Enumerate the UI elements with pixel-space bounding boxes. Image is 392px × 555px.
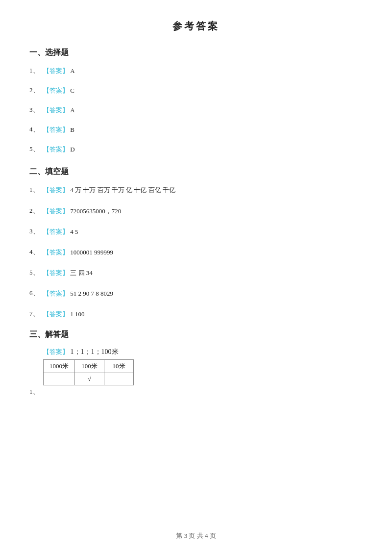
fill-answer-2: 【答案】 72005635000，720 xyxy=(43,206,363,217)
page-title: 参考答案 xyxy=(29,20,363,33)
table-cell-2: √ xyxy=(75,373,104,385)
choice-num-2: 2、 xyxy=(29,85,43,95)
choice-num-3: 3、 xyxy=(29,105,43,114)
table-cell-3 xyxy=(104,373,134,385)
choice-answer-4: 【答案】 B xyxy=(43,125,363,135)
fill-num-2: 2、 xyxy=(29,206,43,215)
fill-val-4: 1000001 999999 xyxy=(70,249,113,256)
fill-tag-4: 【答案】 xyxy=(43,249,69,256)
fill-tag-7: 【答案】 xyxy=(43,310,69,318)
choice-num-4: 4、 xyxy=(29,125,43,134)
fill-val-7: 1 100 xyxy=(70,310,84,318)
choice-item-5: 5、 【答案】 D xyxy=(29,144,363,155)
solve-content-1: 【答案】 1；1；1；100米 1000米 100米 10米 xyxy=(43,348,363,385)
choice-tag-4: 【答案】 xyxy=(43,126,69,133)
choice-tag-5: 【答案】 xyxy=(43,146,69,153)
choice-answer-5: 【答案】 D xyxy=(43,144,363,155)
fill-num-3: 3、 xyxy=(29,227,43,236)
solve-tag-1: 【答案】 xyxy=(43,348,69,355)
fill-item-3: 3、 【答案】 4 5 xyxy=(29,227,363,237)
section-fill: 二、填空题 1、 【答案】 4 万 十万 百万 千万 亿 十亿 百亿 千亿 2、… xyxy=(29,167,363,320)
fill-num-7: 7、 xyxy=(29,309,43,318)
fill-tag-3: 【答案】 xyxy=(43,228,69,235)
choice-val-3: A xyxy=(70,106,74,114)
fill-item-2: 2、 【答案】 72005635000，720 xyxy=(29,206,363,217)
fill-item-1: 1、 【答案】 4 万 十万 百万 千万 亿 十亿 百亿 千亿 xyxy=(29,185,363,196)
solve-table-1: 1000米 100米 10米 √ xyxy=(43,359,134,385)
page: 参考答案 一、选择题 1、 【答案】 A 2、 【答案】 C 3、 【答案】 A xyxy=(0,0,392,555)
fill-val-5: 三 四 34 xyxy=(70,269,93,277)
choice-val-4: B xyxy=(70,126,74,133)
table-header-10: 10米 xyxy=(104,360,134,373)
choice-item-1: 1、 【答案】 A xyxy=(29,66,363,76)
fill-tag-1: 【答案】 xyxy=(43,186,69,194)
section-fill-title: 二、填空题 xyxy=(29,167,363,177)
solve-val-1: 1；1；1；100米 xyxy=(71,348,119,355)
fill-answer-4: 【答案】 1000001 999999 xyxy=(43,247,363,258)
fill-answer-3: 【答案】 4 5 xyxy=(43,227,363,237)
section-choice-title: 一、选择题 xyxy=(29,48,363,58)
choice-num-5: 5、 xyxy=(29,144,43,153)
choice-answer-2: 【答案】 C xyxy=(43,85,363,96)
fill-val-1: 4 万 十万 百万 千万 亿 十亿 百亿 千亿 xyxy=(70,186,175,194)
fill-answer-1: 【答案】 4 万 十万 百万 千万 亿 十亿 百亿 千亿 xyxy=(43,185,363,196)
fill-item-5: 5、 【答案】 三 四 34 xyxy=(29,268,363,278)
fill-item-4: 4、 【答案】 1000001 999999 xyxy=(29,247,363,258)
fill-val-6: 51 2 90 7 8 8029 xyxy=(70,290,113,297)
choice-tag-1: 【答案】 xyxy=(43,67,69,75)
fill-answer-6: 【答案】 51 2 90 7 8 8029 xyxy=(43,288,363,299)
fill-answer-5: 【答案】 三 四 34 xyxy=(43,268,363,278)
fill-val-2: 72005635000，720 xyxy=(70,207,121,215)
fill-num-5: 5、 xyxy=(29,268,43,277)
section-solve: 三、解答题 【答案】 1；1；1；100米 1000米 100米 10米 xyxy=(29,329,363,396)
fill-tag-2: 【答案】 xyxy=(43,207,69,215)
choice-val-1: A xyxy=(70,67,74,75)
fill-num-4: 4、 xyxy=(29,247,43,256)
fill-num-6: 6、 xyxy=(29,288,43,298)
choice-item-4: 4、 【答案】 B xyxy=(29,125,363,135)
fill-num-1: 1、 xyxy=(29,185,43,194)
choice-val-5: D xyxy=(70,146,74,153)
solve-item-1: 【答案】 1；1；1；100米 1000米 100米 10米 xyxy=(29,348,363,396)
choice-item-3: 3、 【答案】 A xyxy=(29,105,363,116)
choice-tag-2: 【答案】 xyxy=(43,87,69,94)
table-header-100: 100米 xyxy=(75,360,104,373)
table-header-1000: 1000米 xyxy=(44,360,75,373)
choice-item-2: 2、 【答案】 C xyxy=(29,85,363,96)
fill-item-6: 6、 【答案】 51 2 90 7 8 8029 xyxy=(29,288,363,299)
choice-answer-3: 【答案】 A xyxy=(43,105,363,116)
footer-text: 第 3 页 共 4 页 xyxy=(176,532,216,539)
solve-num-1: 1、 xyxy=(29,388,39,395)
choice-answer-1: 【答案】 A xyxy=(43,66,363,76)
choice-val-2: C xyxy=(70,87,74,94)
fill-item-7: 7、 【答案】 1 100 xyxy=(29,309,363,320)
fill-val-3: 4 5 xyxy=(70,228,78,235)
table-cell-1 xyxy=(44,373,75,385)
page-footer: 第 3 页 共 4 页 xyxy=(0,531,392,540)
section-solve-title: 三、解答题 xyxy=(29,329,363,340)
fill-answer-7: 【答案】 1 100 xyxy=(43,309,363,320)
section-choice: 一、选择题 1、 【答案】 A 2、 【答案】 C 3、 【答案】 A 4、 xyxy=(29,48,363,155)
fill-tag-6: 【答案】 xyxy=(43,290,69,297)
choice-tag-3: 【答案】 xyxy=(43,106,69,114)
choice-num-1: 1、 xyxy=(29,66,43,75)
fill-tag-5: 【答案】 xyxy=(43,269,69,277)
